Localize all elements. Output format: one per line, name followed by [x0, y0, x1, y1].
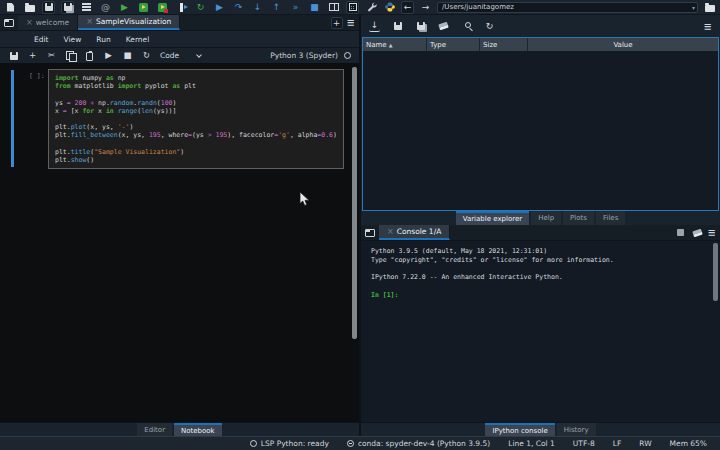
paste-cell-icon[interactable]: [84, 50, 95, 61]
eraser-glyph: [438, 22, 448, 30]
new-notebook-button[interactable]: +: [331, 17, 343, 29]
sort-ascending-icon: ▲: [389, 42, 393, 48]
remove-variables-icon[interactable]: [438, 21, 449, 32]
conda-env-status[interactable]: conda: spyder-dev-4 (Python 3.9.5): [347, 439, 490, 448]
maximize-pane-icon[interactable]: [346, 1, 359, 14]
variable-explorer-toolbar: ↓ ↻ ≡: [361, 15, 720, 37]
run-cell-play-icon[interactable]: ▶: [103, 50, 114, 61]
square-glyph: [677, 229, 684, 236]
menu-edit[interactable]: Edit: [34, 35, 49, 44]
close-icon[interactable]: ×: [387, 227, 394, 236]
copy-cell-icon[interactable]: [65, 50, 76, 61]
stop-execution-icon[interactable]: ■: [122, 50, 133, 61]
preferences-wrench-icon[interactable]: [365, 1, 378, 14]
menu-run[interactable]: Run: [96, 35, 110, 44]
tab-files[interactable]: Files: [596, 211, 625, 225]
run-cell-icon[interactable]: [137, 1, 150, 14]
import-data-icon[interactable]: ↓: [369, 21, 380, 32]
column-value[interactable]: Value: [528, 38, 718, 51]
menu-kernel[interactable]: Kernel: [126, 35, 150, 44]
lsp-status-icon: [250, 440, 257, 447]
tab-editor[interactable]: Editor: [137, 423, 172, 436]
step-over-icon[interactable]: ↷: [232, 1, 245, 14]
close-icon[interactable]: ×: [86, 17, 93, 26]
column-type[interactable]: Type: [427, 38, 480, 51]
back-button[interactable]: ←: [401, 1, 414, 14]
console-output[interactable]: Python 3.9.5 (default, May 18 2021, 12:3…: [361, 241, 720, 422]
options-menu-icon[interactable]: ≡: [347, 17, 355, 28]
tab-welcome[interactable]: × welcome: [18, 15, 78, 30]
cut-cell-icon[interactable]: ✂: [46, 50, 57, 61]
column-name[interactable]: Name ▲: [363, 38, 427, 51]
floppy-glyph-ve: [394, 22, 402, 30]
folder-glyph: [25, 5, 35, 12]
variable-explorer-pane: Name ▲ Type Size Value: [362, 37, 719, 211]
layout-panes-icon[interactable]: [327, 1, 340, 14]
tab-history[interactable]: History: [557, 423, 596, 436]
menu-view[interactable]: View: [64, 35, 82, 44]
tab-plots[interactable]: Plots: [563, 211, 594, 225]
eol-label: LF: [613, 439, 622, 448]
lsp-status-label: LSP Python: ready: [261, 439, 329, 448]
directory-dropdown-icon[interactable]: ▾: [692, 4, 697, 11]
run-cell-glyph: [139, 3, 148, 12]
refresh-variables-icon[interactable]: ↻: [484, 21, 495, 32]
save-data-as-icon[interactable]: [415, 21, 426, 32]
save-data-icon[interactable]: [392, 21, 403, 32]
console-scrollbar[interactable]: [713, 243, 718, 301]
file-switcher-icon[interactable]: [80, 1, 93, 14]
open-file-icon[interactable]: [23, 1, 36, 14]
forward-button[interactable]: →: [419, 1, 432, 14]
search-variables-icon[interactable]: [461, 21, 472, 32]
run-cell-advance-glyph: [158, 3, 167, 12]
notebook-tabbar: × welcome × SampleVisualization + ≡: [0, 15, 359, 31]
console-browse-tabs-button[interactable]: [361, 225, 379, 240]
step-into-icon[interactable]: ↓: [251, 1, 264, 14]
tab-samplevisualization[interactable]: × SampleVisualization: [78, 15, 180, 30]
cell-type-dropdown[interactable]: Code: [160, 51, 201, 60]
notebook-canvas[interactable]: [ ]: import numpy as npfrom matplotlib i…: [0, 64, 359, 422]
console-options-menu-icon[interactable]: ≡: [708, 227, 716, 238]
tab-console-1a[interactable]: × Console 1/A: [379, 225, 450, 240]
tab-notebook[interactable]: Notebook: [174, 423, 222, 436]
restart-kernel-icon[interactable]: ↻: [141, 50, 152, 61]
encoding-label: UTF-8: [573, 439, 595, 448]
console-prompt[interactable]: In [1]:: [371, 291, 720, 300]
debug-continue-icon[interactable]: ▶: [213, 1, 226, 14]
column-size[interactable]: Size: [480, 38, 528, 51]
working-directory-input[interactable]: [438, 3, 692, 11]
encoding-status: UTF-8: [573, 439, 595, 448]
interrupt-kernel-icon[interactable]: [674, 226, 687, 239]
run-cell-advance-icon[interactable]: [156, 1, 169, 14]
save-all-icon[interactable]: [61, 1, 74, 14]
console-remove-variables-icon[interactable]: [691, 226, 704, 239]
notebook-menubar: Edit View Run Kernel: [0, 31, 359, 48]
debug-stop-icon[interactable]: ■: [308, 1, 321, 14]
readwrite-label: RW: [639, 439, 651, 448]
python-logo-icon[interactable]: [383, 1, 396, 14]
ve-options-menu-icon[interactable]: ≡: [704, 21, 712, 32]
tab-variable-explorer[interactable]: Variable explorer: [456, 211, 529, 225]
variable-table-body[interactable]: [363, 51, 718, 210]
run-selection-icon[interactable]: [175, 1, 188, 14]
close-icon[interactable]: ×: [26, 18, 33, 27]
save-notebook-icon[interactable]: [8, 50, 19, 61]
variable-table-header: Name ▲ Type Size Value: [363, 38, 718, 51]
debug-fast-forward-icon[interactable]: »: [289, 1, 302, 14]
browse-directory-icon[interactable]: [703, 1, 716, 14]
rerun-cell-icon[interactable]: ↻: [194, 1, 207, 14]
tab-ipython-console[interactable]: IPython console: [485, 423, 554, 436]
memory-label: Mem 65%: [670, 439, 707, 448]
step-out-icon[interactable]: ↑: [270, 1, 283, 14]
tab-help[interactable]: Help: [531, 211, 561, 225]
tabbar-right-group: + ≡: [331, 15, 359, 30]
new-file-icon[interactable]: [4, 1, 17, 14]
run-file-icon[interactable]: ▶: [118, 1, 131, 14]
add-cell-icon[interactable]: +: [27, 50, 38, 61]
code-cell[interactable]: import numpy as npfrom matplotlib import…: [48, 69, 344, 169]
notebook-scrollbar[interactable]: [352, 67, 357, 339]
floppy-all-glyph: [64, 3, 72, 11]
symbol-finder-icon[interactable]: @: [99, 1, 112, 14]
save-file-icon[interactable]: [42, 1, 55, 14]
browse-tabs-button[interactable]: [0, 15, 18, 30]
